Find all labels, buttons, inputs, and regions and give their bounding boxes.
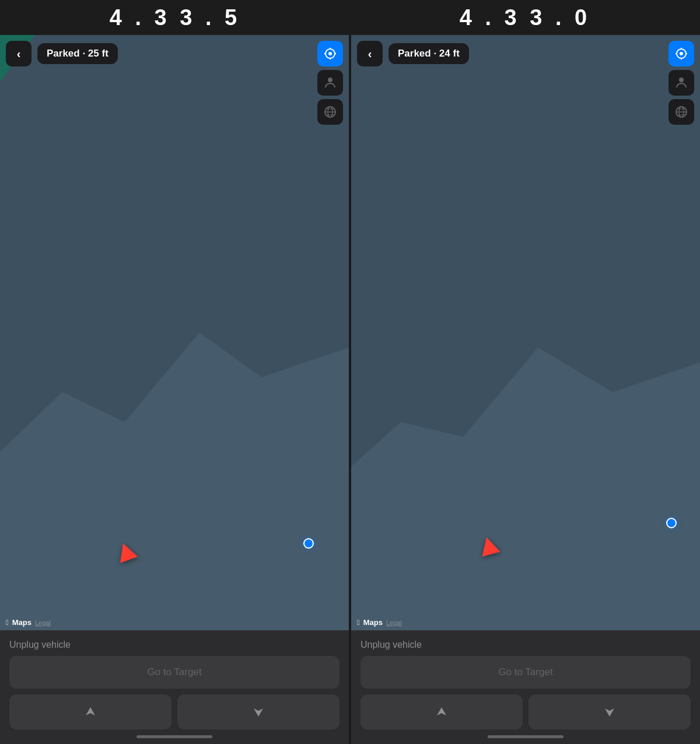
svg-point-15 xyxy=(680,52,683,55)
left-terrain xyxy=(0,35,349,630)
right-person-button[interactable] xyxy=(668,70,694,96)
left-unplug-label: Unplug vehicle xyxy=(9,640,340,650)
version-left: 4 . 3 3 . 5 xyxy=(110,5,240,30)
right-location-badge: Parked · 24 ft xyxy=(388,43,469,64)
right-legal-text: Legal xyxy=(386,619,402,626)
left-go-to-target-button[interactable]: Go to Target xyxy=(9,656,340,689)
right-blue-dot xyxy=(666,518,677,528)
right-apple-logo:  xyxy=(357,618,360,627)
header-bar: 4 . 3 3 . 5 4 . 3 3 . 0 xyxy=(0,0,700,35)
left-home-indicator xyxy=(136,735,212,738)
right-back-button[interactable]: ‹ xyxy=(357,41,383,66)
person-icon xyxy=(323,76,337,90)
left-maps-text: Maps xyxy=(12,618,32,627)
right-globe-button[interactable] xyxy=(668,99,694,125)
left-back-chevron: ‹ xyxy=(17,47,21,61)
right-down-arrow-icon xyxy=(603,705,617,719)
left-globe-button[interactable] xyxy=(317,99,343,125)
left-person-button[interactable] xyxy=(317,70,343,96)
svg-marker-13 xyxy=(351,348,700,630)
svg-point-7 xyxy=(328,78,332,82)
right-map: ‹ Parked · 24 ft xyxy=(351,35,700,630)
left-up-arrow-icon xyxy=(83,705,97,719)
left-go-to-target-label: Go to Target xyxy=(147,666,201,678)
right-up-arrow-icon xyxy=(435,705,449,719)
right-maps-text: Maps xyxy=(363,618,383,627)
right-home-indicator xyxy=(488,735,564,738)
right-person-icon xyxy=(674,76,688,90)
right-up-button[interactable] xyxy=(360,694,523,729)
right-arrow-buttons xyxy=(360,694,691,729)
left-panel: ‹ Parked · 25 ft xyxy=(0,35,349,744)
right-locate-button[interactable] xyxy=(668,41,694,66)
right-terrain xyxy=(351,35,700,630)
left-map: ‹ Parked · 25 ft xyxy=(0,35,349,630)
right-map-top-bar: ‹ Parked · 24 ft xyxy=(351,41,700,66)
right-unplug-label: Unplug vehicle xyxy=(360,640,691,650)
left-map-top-bar: ‹ Parked · 25 ft xyxy=(0,41,349,66)
left-maps-attribution:  Maps Legal xyxy=(6,618,51,627)
left-down-arrow-icon xyxy=(251,705,265,719)
svg-point-20 xyxy=(679,78,684,82)
svg-marker-0 xyxy=(0,333,349,631)
panels-container: ‹ Parked · 25 ft xyxy=(0,35,700,744)
right-bottom-area: Unplug vehicle Go to Target xyxy=(351,630,700,744)
left-down-button[interactable] xyxy=(177,694,340,729)
left-bottom-area: Unplug vehicle Go to Target xyxy=(0,630,349,744)
right-back-chevron: ‹ xyxy=(368,47,372,61)
right-map-controls xyxy=(668,41,694,125)
globe-icon xyxy=(323,105,337,119)
right-panel: ‹ Parked · 24 ft xyxy=(351,35,700,744)
right-go-to-target-label: Go to Target xyxy=(498,666,552,678)
left-locate-button[interactable] xyxy=(317,41,343,66)
left-up-button[interactable] xyxy=(9,694,172,729)
right-locate-icon xyxy=(674,47,688,61)
left-blue-dot xyxy=(303,538,314,549)
svg-point-2 xyxy=(328,52,332,55)
version-right: 4 . 3 3 . 0 xyxy=(460,5,590,30)
left-arrow-buttons xyxy=(9,694,340,729)
left-back-button[interactable]: ‹ xyxy=(6,41,32,66)
right-down-button[interactable] xyxy=(528,694,691,729)
left-map-controls xyxy=(317,41,343,125)
left-location-badge: Parked · 25 ft xyxy=(37,43,118,64)
right-go-to-target-button[interactable]: Go to Target xyxy=(360,656,691,689)
right-globe-icon xyxy=(674,105,688,119)
locate-icon xyxy=(323,47,337,61)
right-maps-attribution:  Maps Legal xyxy=(357,618,402,627)
left-legal-text: Legal xyxy=(35,619,51,626)
left-apple-logo:  xyxy=(6,618,9,627)
